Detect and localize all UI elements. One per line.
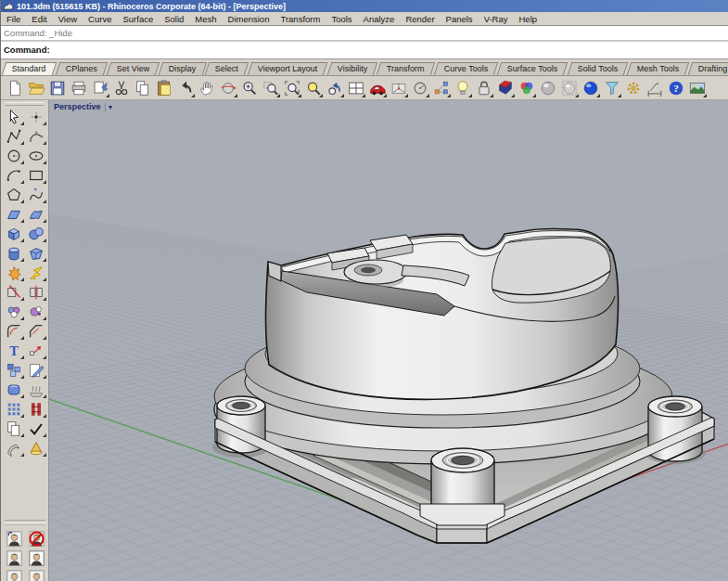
freeform-curve-icon[interactable] — [25, 185, 47, 204]
options-icon[interactable] — [623, 78, 644, 98]
rectangle-icon[interactable] — [25, 165, 47, 185]
zoom-window-icon[interactable] — [261, 78, 281, 98]
menu-render[interactable]: Render — [400, 14, 440, 24]
named-view-disable-icon[interactable] — [25, 529, 47, 549]
undo-icon[interactable] — [175, 78, 196, 98]
undo-view-change-icon[interactable] — [325, 78, 345, 98]
menu-surface[interactable]: Surface — [117, 14, 159, 24]
viewport-title[interactable]: Perspective ▼ — [54, 102, 113, 111]
tab-viewport-layout[interactable]: Viewport Layout — [248, 62, 328, 75]
cylinder-icon[interactable] — [3, 243, 25, 263]
polyline-icon[interactable] — [3, 126, 25, 146]
box-icon[interactable] — [3, 224, 25, 243]
array-linear-icon[interactable] — [25, 399, 47, 419]
cplane-icon[interactable] — [389, 78, 409, 98]
tab-mesh-tools[interactable]: Mesh Tools — [627, 62, 690, 75]
menu-help[interactable]: Help — [514, 14, 543, 24]
menu-analyze[interactable]: Analyze — [358, 14, 401, 24]
menu-solid[interactable]: Solid — [159, 14, 189, 24]
open-file-icon[interactable] — [26, 78, 46, 98]
control-point-curve-icon[interactable] — [25, 126, 47, 146]
move-point-icon[interactable] — [25, 341, 47, 360]
help-icon[interactable]: ? — [666, 78, 686, 98]
cut-icon[interactable] — [111, 78, 132, 98]
copy-objects-icon[interactable] — [3, 419, 25, 438]
check-objects-icon[interactable] — [25, 419, 47, 438]
tab-cplanes[interactable]: CPlanes — [55, 62, 108, 75]
arc-icon[interactable] — [3, 165, 25, 185]
join-icon[interactable] — [3, 302, 25, 321]
new-file-icon[interactable] — [5, 78, 25, 98]
paste-icon[interactable] — [154, 78, 174, 98]
explode-icon[interactable] — [25, 263, 47, 282]
ellipse-icon[interactable] — [25, 146, 47, 165]
vray-toolbar-icon[interactable] — [495, 78, 516, 98]
tab-surface-tools[interactable]: Surface Tools — [497, 62, 568, 75]
surface-plane-icon[interactable] — [3, 204, 25, 224]
block-define-icon[interactable] — [3, 360, 25, 380]
zoom-selected-icon[interactable] — [303, 78, 324, 98]
print-icon[interactable] — [69, 78, 89, 98]
surface-patch-icon[interactable] — [25, 204, 47, 224]
single-point-icon[interactable] — [25, 107, 47, 126]
named-view-car-icon[interactable] — [367, 78, 388, 98]
rendered-viewport-icon[interactable] — [581, 78, 601, 98]
trim-icon[interactable] — [3, 282, 25, 302]
viewport-menu-arrow-icon[interactable]: ▼ — [108, 104, 114, 110]
cone-icon[interactable] — [25, 438, 47, 458]
command-prompt[interactable]: Command: — [1, 42, 728, 59]
tab-curve-tools[interactable]: Curve Tools — [434, 62, 499, 75]
group-icon[interactable] — [25, 302, 47, 321]
perspective-viewport[interactable]: Perspective ▼ — [49, 100, 728, 581]
menu-dimension[interactable]: Dimension — [223, 14, 275, 24]
zoom-dynamic-icon[interactable] — [239, 78, 260, 98]
pan-icon[interactable] — [197, 78, 217, 98]
select-icon[interactable] — [3, 107, 25, 126]
extract-isocurve-icon[interactable] — [25, 380, 47, 399]
sweep-surface-icon[interactable] — [3, 438, 25, 458]
shaded-viewport-icon[interactable] — [538, 78, 558, 98]
menu-edit[interactable]: Edit — [26, 14, 52, 24]
menu-mesh[interactable]: Mesh — [189, 14, 222, 24]
rounded-box-icon[interactable] — [3, 380, 25, 399]
tab-solid-tools[interactable]: Solid Tools — [567, 62, 628, 75]
menu-tools[interactable]: Tools — [326, 14, 357, 24]
viewport-layout-icon[interactable] — [346, 78, 366, 98]
chamfer-curve-icon[interactable] — [25, 321, 47, 341]
tab-display[interactable]: Display — [159, 62, 207, 75]
named-view-rotate-icon[interactable] — [3, 529, 25, 549]
zoom-extents-icon[interactable] — [282, 78, 302, 98]
menu-view[interactable]: View — [53, 14, 83, 24]
array-rectangular-icon[interactable] — [3, 399, 25, 419]
tab-visibility[interactable]: Visibility — [327, 62, 378, 75]
copy-icon[interactable] — [133, 78, 153, 98]
tab-select[interactable]: Select — [205, 62, 249, 75]
sidebar-handle[interactable] — [6, 102, 44, 106]
polygon-icon[interactable] — [3, 185, 25, 204]
menu-transform[interactable]: Transform — [275, 14, 326, 24]
named-view-front-icon[interactable] — [3, 549, 25, 568]
mesh-box-icon[interactable] — [25, 243, 47, 263]
environment-map-icon[interactable] — [687, 78, 708, 98]
lock-objects-icon[interactable] — [474, 78, 494, 98]
copy-to-clipboard-icon[interactable] — [90, 78, 110, 98]
hide-objects-icon[interactable] — [25, 360, 47, 380]
tab-drafting[interactable]: Drafting — [688, 62, 728, 75]
menu-file[interactable]: File — [1, 14, 26, 24]
set-cplane-origin-icon[interactable] — [410, 78, 430, 98]
text-object-icon[interactable]: T — [3, 341, 25, 360]
tab-transform[interactable]: Transform — [377, 62, 435, 75]
fillet-curve-icon[interactable] — [3, 321, 25, 341]
object-properties-icon[interactable] — [517, 78, 537, 98]
selection-filter-icon[interactable] — [602, 78, 622, 98]
named-view-extra-2-icon[interactable] — [25, 568, 47, 581]
circle-icon[interactable] — [3, 146, 25, 165]
show-objects-icon[interactable] — [453, 78, 473, 98]
menu-panels[interactable]: Panels — [441, 14, 479, 24]
dimension-icon[interactable] — [645, 78, 665, 98]
boolean-union-icon[interactable] — [3, 263, 25, 282]
named-view-shaded-icon[interactable] — [25, 549, 47, 568]
viewport-canvas[interactable] — [49, 100, 728, 581]
object-snap-icon[interactable] — [431, 78, 452, 98]
menu-curve[interactable]: Curve — [83, 14, 117, 24]
